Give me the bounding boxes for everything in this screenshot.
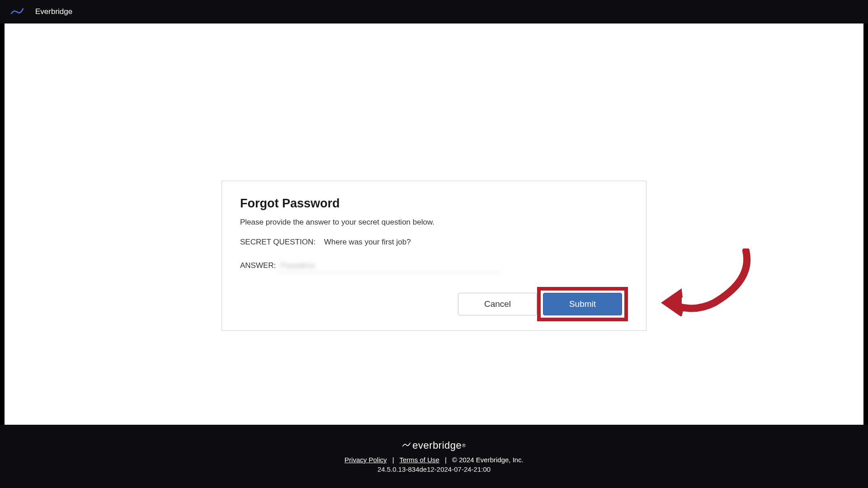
footer-logo: everbridge ® (402, 440, 465, 451)
footer-brand-text: everbridge (412, 440, 462, 451)
forgot-password-card: Forgot Password Please provide the answe… (222, 181, 646, 331)
footer-links: Privacy Policy | Terms of Use | © 2024 E… (344, 456, 524, 464)
privacy-policy-link[interactable]: Privacy Policy (344, 456, 387, 464)
copyright-text: © 2024 Everbridge, Inc. (452, 456, 524, 464)
app-title: Everbridge (35, 7, 72, 16)
answer-row: ANSWER: (240, 260, 628, 273)
svg-point-0 (22, 8, 24, 9)
separator: | (445, 456, 447, 464)
cancel-button[interactable]: Cancel (458, 293, 537, 315)
card-title: Forgot Password (240, 197, 628, 211)
app-header: Everbridge (0, 0, 868, 23)
version-text: 24.5.0.13-834de12-2024-07-24-21:00 (377, 465, 491, 473)
answer-input[interactable] (278, 260, 500, 273)
secret-question-label: SECRET QUESTION: (240, 238, 316, 246)
arrow-annotation-icon (660, 249, 755, 316)
everbridge-swoosh-icon (402, 441, 410, 450)
content-area: Forgot Password Please provide the answe… (5, 23, 863, 425)
button-row: Cancel Submit (240, 287, 628, 321)
app-footer: everbridge ® Privacy Policy | Terms of U… (0, 425, 868, 488)
answer-label: ANSWER: (240, 261, 276, 270)
secret-question-text: Where was your first job? (324, 238, 411, 246)
submit-button[interactable]: Submit (543, 293, 622, 315)
separator: | (392, 456, 394, 464)
terms-of-use-link[interactable]: Terms of Use (399, 456, 439, 464)
secret-question-row: SECRET QUESTION: Where was your first jo… (240, 238, 628, 247)
highlight-annotation: Submit (537, 287, 628, 321)
card-subtitle: Please provide the answer to your secret… (240, 218, 628, 227)
everbridge-logo-icon (11, 6, 24, 17)
trademark-symbol: ® (462, 443, 465, 448)
svg-marker-1 (661, 288, 682, 316)
